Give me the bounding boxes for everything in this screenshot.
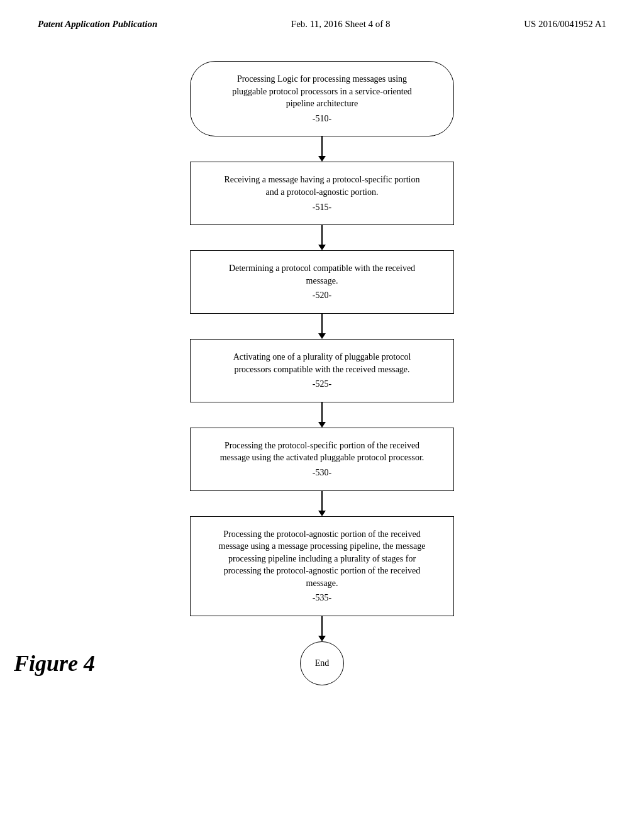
node-525-id: -525- (209, 378, 435, 390)
figure-label: Figure 4 (14, 650, 95, 677)
arrow-6 (318, 616, 326, 641)
arrow-1-head (318, 156, 326, 162)
publication-label: Patent Application Publication (38, 19, 157, 30)
node-530-text: Processing the protocol-specific portion… (220, 441, 425, 463)
node-535-id: -535- (209, 592, 435, 604)
node-510-text: Processing Logic for processing messages… (232, 74, 412, 108)
node-525-text: Activating one of a plurality of pluggab… (233, 352, 411, 374)
arrow-4-line (321, 402, 323, 422)
arrow-5-line (321, 491, 323, 511)
node-515-text: Receiving a message having a protocol-sp… (224, 175, 419, 197)
arrow-5 (318, 491, 326, 516)
arrow-1 (318, 136, 326, 162)
node-520-text: Determining a protocol compatible with t… (229, 263, 415, 285)
arrow-6-line (321, 616, 323, 636)
figure-end-row: Figure 4 End (190, 641, 454, 685)
page: Patent Application Publication Feb. 11, … (0, 0, 644, 830)
arrow-4-head (318, 422, 326, 428)
arrow-3 (318, 314, 326, 339)
node-535-text: Processing the protocol-agnostic portion… (219, 529, 426, 588)
end-label: End (315, 657, 330, 670)
patent-number-label: US 2016/0041952 A1 (524, 19, 606, 30)
date-sheet-label: Feb. 11, 2016 Sheet 4 of 8 (291, 19, 391, 30)
arrow-4 (318, 402, 326, 428)
node-510: Processing Logic for processing messages… (190, 61, 454, 136)
node-530: Processing the protocol-specific portion… (190, 428, 454, 491)
arrow-3-head (318, 333, 326, 339)
arrow-2 (318, 225, 326, 250)
node-520-id: -520- (209, 289, 435, 302)
arrow-6-head (318, 636, 326, 641)
header: Patent Application Publication Feb. 11, … (0, 0, 644, 36)
node-535: Processing the protocol-agnostic portion… (190, 516, 454, 617)
node-515: Receiving a message having a protocol-sp… (190, 162, 454, 225)
arrow-2-head (318, 245, 326, 250)
node-530-id: -530- (209, 467, 435, 479)
node-515-id: -515- (209, 201, 435, 214)
node-525: Activating one of a plurality of pluggab… (190, 339, 454, 402)
node-510-id: -510- (216, 113, 428, 125)
arrow-2-line (321, 225, 323, 245)
node-end: End (300, 641, 344, 685)
arrow-5-head (318, 511, 326, 516)
diagram-container: Processing Logic for processing messages… (0, 36, 644, 711)
arrow-3-line (321, 314, 323, 333)
node-520: Determining a protocol compatible with t… (190, 250, 454, 314)
arrow-1-line (321, 136, 323, 156)
